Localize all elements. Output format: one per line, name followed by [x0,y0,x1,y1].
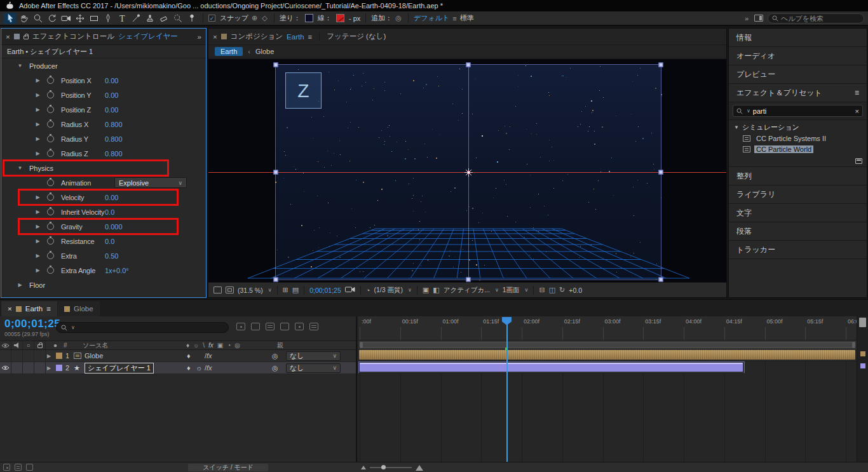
composition-viewport[interactable]: Z [208,59,726,283]
panel-header-item[interactable]: ライブラリ [729,185,867,204]
disclosure-triangle[interactable]: ▶ [34,107,41,112]
solo-toggle[interactable] [23,362,34,374]
snap-option2-icon[interactable]: ◇ [262,14,267,22]
selection-handle[interactable] [274,170,278,175]
stopwatch-icon[interactable] [47,267,54,274]
stopwatch-icon[interactable] [47,252,54,259]
parent-pickwhip-icon[interactable]: ◎ [272,350,278,361]
parent-dropdown[interactable]: なし∨ [286,363,341,373]
brush-tool[interactable] [130,13,142,24]
scrollbar-thumb[interactable] [859,318,866,327]
effect-row-radius-y[interactable]: ▶Radius Y0.800 [1,131,206,146]
type-tool[interactable]: T [116,13,128,24]
lock-toggle[interactable] [34,350,46,361]
expand-transfer-controls-icon[interactable] [15,464,22,471]
stopwatch-icon[interactable] [47,194,54,201]
stopwatch-icon[interactable] [47,179,54,186]
fx-switch[interactable]: /fx [205,362,212,374]
effect-controls-tab-layer[interactable]: シェイプレイヤー [118,32,178,41]
disclosure-triangle[interactable]: ▶ [34,209,41,215]
property-value[interactable]: 0.800 [105,150,123,158]
pan-behind-tool[interactable] [74,13,86,24]
panel-header-item[interactable]: オーディオ [729,47,867,65]
fill-color-swatch[interactable] [305,14,313,22]
effects-category-simulation[interactable]: ▼ シミュレーション [729,122,867,133]
effect-row-animation[interactable]: AnimationExplosive∨ [1,175,206,190]
add-target-icon[interactable]: ◎ [395,14,402,22]
region-of-interest-icon[interactable]: ▣ [423,286,429,294]
disclosure-triangle[interactable]: ▶ [17,282,24,288]
effect-row-velocity[interactable]: ▶Velocity0.00 [1,190,206,205]
disclosure-triangle[interactable]: ▶ [34,253,41,259]
view-layout-selector[interactable]: 1画面 [503,286,520,295]
zoom-level[interactable]: (31.5 %) [238,287,263,294]
layer-expander[interactable]: ▶ [47,350,51,361]
selection-handle[interactable] [466,278,471,282]
property-value[interactable]: 0.000 [105,223,123,231]
snap-checkbox[interactable]: ✓ [208,15,215,22]
composition-tab-title[interactable]: コンポジション [231,32,283,41]
help-search[interactable] [768,13,864,24]
motion-blur-icon[interactable] [295,323,304,330]
stopwatch-icon[interactable] [47,238,54,245]
panel-grip-icon[interactable] [855,158,862,164]
stopwatch-icon[interactable] [47,121,54,128]
expand-in-out-icon[interactable] [26,464,33,471]
breadcrumb-current[interactable]: Earth [215,47,243,56]
puppet-pin-tool[interactable] [186,13,198,24]
effect-row-resistance[interactable]: ▶Resistance0.0 [1,234,206,248]
panel-header-item[interactable]: 情報 [729,29,867,47]
eraser-tool[interactable] [158,13,170,24]
audio-toggle[interactable] [11,362,23,374]
snapshot-camera-icon[interactable] [345,286,355,294]
timeline-tab-globe[interactable]: Globe [58,301,100,316]
shy-layers-icon[interactable] [266,323,275,330]
zoom-slider-thumb[interactable] [381,465,386,469]
draft-3d-icon[interactable] [251,323,260,330]
disclosure-triangle[interactable]: ▼ [17,63,24,69]
effect-anchor-point[interactable] [464,168,473,179]
layer-color-chip[interactable] [56,362,62,374]
disclosure-triangle[interactable]: ▶ [34,136,41,142]
disclosure-triangle[interactable]: ▶ [34,121,41,127]
layer-bar-globe[interactable] [359,350,855,360]
pixel-aspect-icon[interactable]: ⊟ [539,286,545,294]
clone-stamp-tool[interactable] [144,13,156,24]
graph-editor-icon[interactable] [309,323,318,330]
disclosure-triangle[interactable]: ▶ [34,224,41,229]
switches-modes-button[interactable]: スイッチ / モード [188,464,268,471]
selection-handle[interactable] [466,63,471,67]
source-name-column[interactable]: ソース名 [83,341,108,349]
fast-previews-icon[interactable]: ◫ [549,286,555,294]
panel-menu-icon[interactable]: ≡ [308,33,313,41]
property-value[interactable]: 1x+0.0° [105,267,129,274]
panel-header-item[interactable]: プレビュー [729,65,867,84]
selection-handle[interactable] [274,278,278,282]
audio-toggle[interactable] [11,350,23,361]
effect-row-position-x[interactable]: ▶Position X0.00 [1,73,206,88]
stopwatch-icon[interactable] [47,106,54,113]
selection-handle[interactable] [274,63,278,67]
workspace-panel-icon[interactable] [754,15,763,22]
property-value[interactable]: 0.0 [105,238,114,245]
fill-label[interactable]: 塗り： [280,13,301,23]
stopwatch-icon[interactable] [47,91,54,98]
resolution-selector[interactable]: (1/3 画質) [374,286,403,295]
panel-menu-icon[interactable]: ≡ [855,88,859,97]
work-area-bar[interactable] [358,341,857,349]
exposure-value[interactable]: +0.0 [569,287,582,294]
timeline-tab-earth[interactable]: × Earth ≡ [1,301,57,316]
exposure-reset-icon[interactable]: ↻ [559,286,565,294]
zoom-in-icon[interactable] [416,465,423,471]
workspace-menu-icon[interactable]: ≡ [452,15,456,22]
panel-header-item[interactable]: トラッカー [729,241,867,259]
collapse-switch[interactable]: ☼ [196,362,202,374]
property-value[interactable]: 0.00 [105,91,118,99]
close-icon[interactable]: × [8,305,12,313]
stopwatch-icon[interactable] [47,223,54,230]
effect-row-position-y[interactable]: ▶Position Y0.00 [1,88,206,102]
disclosure-triangle[interactable]: ▶ [34,92,41,98]
disclosure-triangle[interactable]: ▶ [34,267,41,273]
selection-tool[interactable] [4,13,16,24]
channels-icon[interactable]: ◔ [366,287,370,294]
